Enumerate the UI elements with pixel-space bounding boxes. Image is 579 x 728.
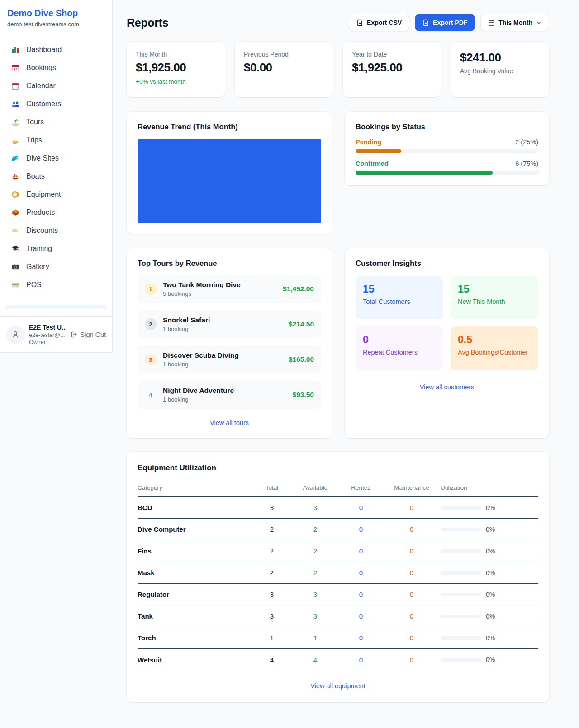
stat-label: Avg Booking Value: [460, 67, 540, 75]
equipment-rented: 0: [339, 591, 383, 598]
sidebar-item-customers[interactable]: Customers: [5, 95, 107, 113]
equipment-utilization-cell: 0%: [441, 504, 538, 511]
revenue-trend-card: Revenue Trend (This Month): [127, 112, 332, 234]
equipment-available: 4: [291, 656, 339, 664]
sidebar-item-tours[interactable]: Tours: [5, 113, 107, 131]
equipment-total: 3: [252, 504, 291, 511]
chevron-down-icon: [536, 20, 541, 25]
sidebar-item-boats[interactable]: Boats: [5, 167, 107, 185]
col-rented: Rented: [339, 484, 383, 491]
insights-row: Top Tours by Revenue 1 Two Tank Morning …: [127, 248, 549, 438]
status-bar-track: [356, 171, 538, 175]
calendar-icon: [488, 19, 495, 26]
rank-badge: 4: [145, 389, 157, 401]
bar-chart-icon: [11, 45, 20, 54]
shop-name: Demo Dive Shop: [7, 8, 105, 19]
speedboat-icon: [11, 136, 20, 145]
tour-bookings: 1 booking: [163, 361, 239, 368]
equipment-utilization-cell: 0%: [441, 613, 538, 620]
tour-revenue: $214.50: [289, 320, 314, 328]
tear-off-calendar-icon: [11, 81, 20, 90]
sign-out-button[interactable]: Sign Out: [71, 331, 106, 338]
table-row: Dive Computer 2 2 0 0 0%: [138, 519, 538, 540]
equipment-rented: 0: [339, 547, 383, 555]
stat-card-year-to-date: Year to Date $1,925.00: [343, 42, 441, 97]
view-all-equipment-link[interactable]: View all equipment: [138, 682, 538, 690]
equipment-maintenance: 0: [383, 569, 441, 577]
sidebar-item-calendar[interactable]: Calendar: [5, 77, 107, 95]
table-row: BCD 3 3 0 0 0%: [138, 497, 538, 519]
equipment-available: 2: [291, 547, 339, 555]
sidebar-item-label: Gallery: [26, 263, 49, 271]
equipment-category: Torch: [138, 634, 252, 642]
tour-row: 4 Night Dive Adventure 1 booking $93.50: [138, 381, 321, 409]
user-name: E2E Test U...: [29, 324, 66, 331]
view-all-tours-link[interactable]: View all tours: [127, 419, 332, 426]
utilization-percent: 0%: [486, 526, 495, 533]
utilization-bar-track: [441, 615, 481, 618]
utilization-percent: 0%: [486, 504, 495, 511]
sign-out-label: Sign Out: [81, 331, 106, 338]
sidebar-item-discounts[interactable]: Discounts: [5, 222, 107, 240]
sidebar-item-label: Discounts: [26, 227, 58, 235]
status-label: Pending: [356, 138, 381, 146]
equipment-total: 2: [252, 547, 291, 555]
equipment-category: Regulator: [138, 591, 252, 598]
equipment-utilization-cell: 0%: [441, 656, 538, 663]
logout-icon: [71, 331, 78, 338]
period-selector[interactable]: This Month: [480, 14, 549, 31]
equipment-available: 3: [291, 504, 339, 511]
tile-label: Repeat Customers: [363, 349, 436, 356]
sidebar: Demo Dive Shop demo.test.divestreams.com…: [0, 0, 113, 353]
export-csv-button[interactable]: Export CSV: [349, 14, 409, 31]
equipment-category: Mask: [138, 569, 252, 577]
sidebar-item-training[interactable]: Training: [5, 240, 107, 258]
equipment-rented: 0: [339, 525, 383, 533]
stat-value: $241.00: [460, 51, 540, 65]
sidebar-item-gallery[interactable]: Gallery: [5, 258, 107, 276]
equipment-maintenance: 0: [383, 504, 441, 511]
sidebar-item-pos[interactable]: POS: [5, 276, 107, 294]
sidebar-item-dashboard[interactable]: Dashboard: [5, 41, 107, 59]
export-pdf-button[interactable]: Export PDF: [415, 14, 475, 31]
sidebar-item-equipment[interactable]: Equipment: [5, 185, 107, 203]
stat-card-avg-booking-value: $241.00 Avg Booking Value: [451, 42, 549, 97]
equipment-total: 3: [252, 591, 291, 598]
tile-value: 15: [363, 283, 436, 295]
table-row: Tank 3 3 0 0 0%: [138, 605, 538, 627]
utilization-bar-track: [441, 528, 481, 531]
col-total: Total: [252, 484, 291, 491]
sidebar-item-trips[interactable]: Trips: [5, 131, 107, 149]
wave-icon: [11, 154, 20, 163]
equipment-total: 4: [252, 656, 291, 664]
stat-value: $0.00: [244, 61, 324, 75]
utilization-bar-track: [441, 571, 481, 575]
top-tours-title: Top Tours by Revenue: [138, 259, 321, 268]
customer-insights-title: Customer Insights: [356, 259, 538, 268]
stat-label: Year to Date: [352, 51, 432, 58]
sidebar-item-label: Products: [26, 208, 55, 217]
customer-insights-card: Customer Insights 15 Total Customers 15 …: [345, 248, 549, 438]
equipment-utilization-card: Equipment Utilization Category Total Ava…: [127, 452, 549, 702]
main-content: Reports Export CSV Export PDF This Month…: [127, 0, 549, 722]
equipment-rented: 0: [339, 569, 383, 577]
equipment-rented: 0: [339, 656, 383, 664]
sidebar-item-dive-sites[interactable]: Dive Sites: [5, 149, 107, 167]
equipment-available: 2: [291, 569, 339, 577]
sidebar-item-bookings[interactable]: 17 Bookings: [5, 59, 107, 77]
equipment-category: BCD: [138, 504, 252, 511]
equipment-rented: 0: [339, 504, 383, 511]
insight-tiles: 15 Total Customers 15 New This Month 0 R…: [356, 276, 538, 370]
insight-tile-total-customers: 15 Total Customers: [356, 276, 443, 319]
view-all-customers-link[interactable]: View all customers: [356, 383, 538, 391]
charts-row: Revenue Trend (This Month) Bookings by S…: [127, 112, 549, 234]
utilization-bar-track: [441, 658, 481, 662]
sidebar-item-products[interactable]: Products: [5, 203, 107, 222]
tour-bookings: 1 booking: [163, 326, 210, 332]
tile-label: Total Customers: [363, 298, 436, 305]
sidebar-item-active-partial[interactable]: [5, 305, 107, 309]
sidebar-item-label: Boats: [26, 172, 45, 180]
status-count: 6 (75%): [515, 160, 538, 167]
stat-card-this-month: This Month $1,925.00 +0% vs last month: [127, 42, 225, 97]
tour-bookings: 1 booking: [163, 396, 234, 403]
